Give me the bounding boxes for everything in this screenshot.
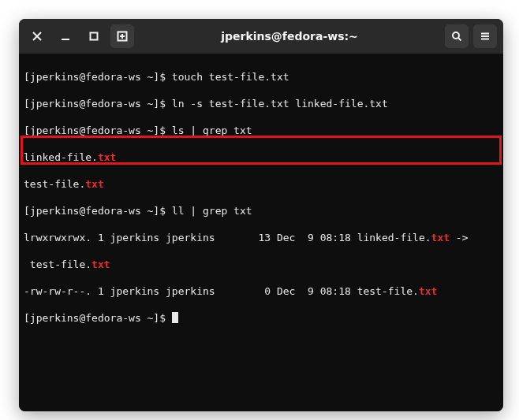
output-text: test-file. [24,178,85,190]
maximize-button[interactable] [82,24,106,48]
terminal-line: linked-file.txt [24,151,498,164]
output-text: lrwxrwxrwx. 1 jperkins jperkins 13 Dec 9… [24,232,431,243]
terminal-line: test-file.txt [24,177,498,191]
terminal-body[interactable]: [jperkins@fedora-ws ~]$ touch test-file.… [19,54,503,411]
titlebar: jperkins@fedora-ws:~ [19,19,503,54]
prompt: [jperkins@fedora-ws ~]$ [24,312,172,324]
svg-rect-0 [91,33,98,40]
window-title: jperkins@fedora-ws:~ [144,30,435,43]
new-tab-icon [117,31,128,42]
command-text: touch test-file.txt [172,71,289,83]
highlighted-ext: txt [85,178,103,190]
svg-point-2 [453,32,459,39]
terminal-line: lrwxrwxrwx. 1 jperkins jperkins 13 Dec 9… [24,231,498,244]
highlighted-ext: txt [98,151,116,163]
close-icon [32,31,43,42]
terminal-line: [jperkins@fedora-ws ~]$ touch test-file.… [24,70,498,84]
close-button[interactable] [25,24,49,48]
minimize-icon [60,31,71,42]
search-icon [451,31,462,42]
prompt: [jperkins@fedora-ws ~]$ [24,71,172,83]
terminal-line: [jperkins@fedora-ws ~]$ [24,311,498,325]
prompt: [jperkins@fedora-ws ~]$ [24,125,172,136]
minimize-button[interactable] [54,24,77,48]
new-tab-button[interactable] [110,24,134,48]
highlighted-ext: txt [431,232,450,243]
terminal-line: [jperkins@fedora-ws ~]$ ls | grep txt [24,124,498,137]
cursor [172,312,178,323]
prompt: [jperkins@fedora-ws ~]$ [24,205,172,217]
highlighted-ext: txt [419,285,437,297]
maximize-icon [88,31,99,42]
highlighted-ext: txt [91,258,110,270]
terminal-line: [jperkins@fedora-ws ~]$ ln -s test-file.… [24,97,498,110]
menu-button[interactable] [473,24,497,48]
hamburger-icon [480,31,491,42]
terminal-window: jperkins@fedora-ws:~ [jperkins@fedora-ws… [19,19,503,411]
search-button[interactable] [445,24,469,48]
terminal-line: -rw-rw-r--. 1 jperkins jperkins 0 Dec 9 … [24,284,498,298]
command-text: ls | grep txt [172,125,252,136]
terminal-line: test-file.txt [24,258,498,271]
output-text: -> [450,232,468,243]
output-text: linked-file. [24,151,98,163]
output-text: -rw-rw-r--. 1 jperkins jperkins 0 Dec 9 … [24,285,419,297]
prompt: [jperkins@fedora-ws ~]$ [24,98,172,110]
output-text: test-file. [24,258,91,270]
command-text: ll | grep txt [172,205,252,217]
terminal-line: [jperkins@fedora-ws ~]$ ll | grep txt [24,204,498,217]
command-text: ln -s test-file.txt linked-file.txt [172,98,388,110]
